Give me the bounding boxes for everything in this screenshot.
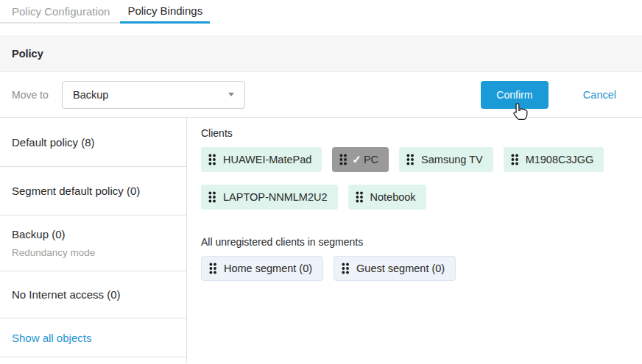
clients-group-label: Clients xyxy=(201,127,642,139)
client-chip[interactable]: M1908C3JGG xyxy=(504,147,604,172)
cancel-button[interactable]: Cancel xyxy=(583,89,616,101)
policy-sidebar: Default policy (8) Segment default polic… xyxy=(0,118,187,363)
move-to-label: Move to xyxy=(12,89,62,101)
drag-handle-icon[interactable] xyxy=(356,191,363,203)
checkmark-icon: ✓ xyxy=(352,153,361,166)
client-chip-label: Samsung TV xyxy=(421,154,483,165)
sidebar-item-segment-default-policy[interactable]: Segment default policy (0) xyxy=(0,167,186,215)
policy-select-dropdown[interactable]: Backup xyxy=(62,81,245,109)
client-chip[interactable]: Notebook xyxy=(348,185,426,210)
segments-chip-list: Home segment (0) Guest segment (0) xyxy=(201,256,642,281)
client-chip[interactable]: LAPTOP-NNMLM2U2 xyxy=(201,185,338,210)
sidebar-item-show-all-objects[interactable]: Show all objects xyxy=(0,318,186,357)
client-chip[interactable]: HUAWEI-MatePad xyxy=(201,147,322,172)
tab-policy-bindings[interactable]: Policy Bindings xyxy=(120,0,210,24)
drag-handle-icon[interactable] xyxy=(342,263,349,274)
move-to-row: Move to Backup Confirm Cancel xyxy=(0,72,642,118)
client-chip-label: LAPTOP-NNMLM2U2 xyxy=(223,191,328,203)
sidebar-item-label: Segment default policy (0) xyxy=(12,185,174,197)
policy-select-value: Backup xyxy=(73,89,108,101)
tab-policy-configuration[interactable]: Policy Configuration xyxy=(0,0,120,24)
policy-section-header: Policy xyxy=(0,35,642,72)
chevron-down-icon xyxy=(228,93,234,96)
content-area: Default policy (8) Segment default polic… xyxy=(0,118,642,363)
drag-handle-icon[interactable] xyxy=(511,154,518,165)
client-chip-selected[interactable]: ✓ PC xyxy=(332,147,389,172)
drag-handle-icon[interactable] xyxy=(339,154,347,165)
client-chip-label: PC xyxy=(364,154,378,165)
policy-section-title: Policy xyxy=(12,48,43,60)
sidebar-item-subtitle: Redundancy mode xyxy=(12,247,174,258)
segment-chip-label: Guest segment (0) xyxy=(356,263,445,274)
bindings-main-panel: Clients HUAWEI-MatePad ✓ PC Samsung TV M… xyxy=(187,118,642,363)
sidebar-item-label: Default policy (8) xyxy=(12,136,174,149)
drag-handle-icon[interactable] xyxy=(209,263,216,274)
sidebar-item-no-internet-access[interactable]: No Internet access (0) xyxy=(0,271,186,318)
sidebar-item-backup[interactable]: Backup (0) Redundancy mode xyxy=(0,215,186,271)
segment-chip[interactable]: Home segment (0) xyxy=(201,256,323,281)
sidebar-item-label: Backup (0) xyxy=(12,228,174,240)
sidebar-item-label: No Internet access (0) xyxy=(12,288,174,301)
client-chip[interactable]: Samsung TV xyxy=(399,147,493,172)
tab-bar: Policy Configuration Policy Bindings xyxy=(0,0,642,24)
client-chip-label: HUAWEI-MatePad xyxy=(223,154,311,165)
segment-chip-label: Home segment (0) xyxy=(224,263,312,274)
drag-handle-icon[interactable] xyxy=(208,154,216,165)
confirm-button[interactable]: Confirm xyxy=(481,81,548,109)
sidebar-item-label: Show all objects xyxy=(12,332,174,344)
drag-handle-icon[interactable] xyxy=(208,191,216,203)
segment-chip[interactable]: Guest segment (0) xyxy=(334,256,456,281)
client-chip-label: M1908C3JGG xyxy=(526,154,594,165)
drag-handle-icon[interactable] xyxy=(406,154,414,165)
client-chip-label: Notebook xyxy=(370,191,416,203)
clients-chip-list: HUAWEI-MatePad ✓ PC Samsung TV M1908C3JG… xyxy=(201,147,642,210)
segments-group-label: All unregistered clients in segments xyxy=(201,236,642,248)
sidebar-item-default-policy[interactable]: Default policy (8) xyxy=(0,118,186,167)
